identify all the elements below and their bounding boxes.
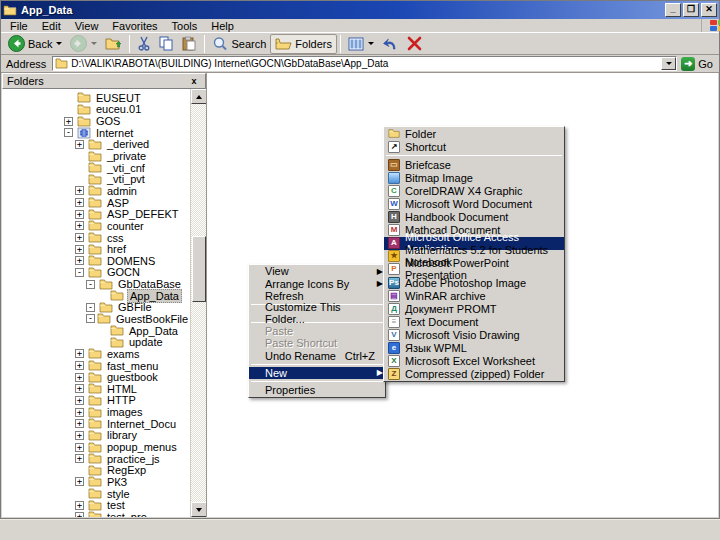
tree-item-practice-js[interactable]: +practice_js: [2, 453, 190, 465]
expand-icon[interactable]: +: [75, 221, 84, 230]
tree-item-asp-defekt[interactable]: +ASP_DEFEKT: [2, 208, 190, 220]
tree-item-html[interactable]: +HTML: [2, 383, 190, 395]
tree-item-label[interactable]: Internet: [94, 127, 135, 139]
copy-button[interactable]: [155, 34, 178, 54]
address-combo[interactable]: D:\VALIK\RABOTA\(BUILDING) Internet\GOCN…: [52, 56, 677, 71]
tree-item-guestbook[interactable]: +guestbook: [2, 371, 190, 383]
tree-item-label[interactable]: EUSEUT: [94, 92, 143, 104]
tree-item-gbfile[interactable]: -GBFile: [2, 302, 190, 314]
new-submenu-item-microsoft-powerpoint-presentation[interactable]: PMicrosoft PowerPoint Presentation: [384, 263, 564, 276]
new-submenu-item-compressed-zipped-folder[interactable]: ZCompressed (zipped) Folder: [384, 368, 564, 381]
address-input[interactable]: D:\VALIK\RABOTA\(BUILDING) Internet\GOCN…: [71, 58, 661, 69]
new-submenu-item-adobe-photoshop-image[interactable]: PsAdobe Photoshop Image: [384, 276, 564, 289]
tree-item-label[interactable]: ASP: [105, 197, 131, 209]
new-submenu-item-text-document[interactable]: ≡Text Document: [384, 315, 564, 328]
expand-icon[interactable]: +: [75, 210, 84, 219]
expand-icon[interactable]: +: [75, 245, 84, 254]
scroll-up-button[interactable]: [191, 89, 207, 104]
expand-icon[interactable]: +: [75, 256, 84, 265]
scrollbar-track[interactable]: [191, 104, 207, 502]
tree-item-label[interactable]: href: [105, 243, 128, 255]
views-button[interactable]: [344, 34, 378, 54]
tree-item-gos[interactable]: +GOS: [2, 115, 190, 127]
expand-icon[interactable]: +: [75, 477, 84, 486]
paste-button[interactable]: [178, 34, 201, 54]
new-submenu-item-документ-promt[interactable]: ДДокумент PROMT: [384, 302, 564, 315]
views-dropdown-icon[interactable]: [368, 42, 374, 45]
folders-panel-close-icon[interactable]: x: [187, 75, 201, 88]
tree-item--derived[interactable]: +_derived: [2, 139, 190, 151]
tree-item--vti-cnf[interactable]: _vti_cnf: [2, 162, 190, 174]
tree-item-label[interactable]: guestbook: [105, 371, 160, 383]
context-menu-item-arrange-icons-by[interactable]: Arrange Icons By▶: [249, 277, 385, 289]
new-submenu-item-язык-wpml[interactable]: eЯзык WPML: [384, 342, 564, 355]
tree-item-label[interactable]: library: [105, 429, 139, 441]
search-button[interactable]: Search: [208, 34, 270, 54]
tree-item-images[interactable]: +images: [2, 406, 190, 418]
new-submenu-item-briefcase[interactable]: ▭Briefcase: [384, 158, 564, 171]
collapse-icon[interactable]: -: [86, 314, 95, 323]
tree-item-app-data[interactable]: App_Data: [2, 325, 190, 337]
expand-icon[interactable]: +: [75, 431, 84, 440]
tree-item-css[interactable]: +css: [2, 232, 190, 244]
expand-icon[interactable]: +: [75, 443, 84, 452]
collapse-icon[interactable]: -: [86, 303, 95, 312]
expand-icon[interactable]: +: [75, 361, 84, 370]
tree-item-label[interactable]: images: [105, 406, 144, 418]
tree-item-label[interactable]: ASP_DEFEKT: [105, 208, 181, 220]
expand-icon[interactable]: +: [64, 117, 73, 126]
context-menu-item-refresh[interactable]: Refresh: [249, 290, 385, 302]
tree-item-label[interactable]: _vti_pvt: [105, 173, 147, 185]
minimize-button[interactable]: _: [665, 3, 681, 17]
new-submenu-item-microsoft-word-document[interactable]: WMicrosoft Word Document: [384, 197, 564, 210]
tree-item-regexp[interactable]: RegExp: [2, 465, 190, 477]
expand-icon[interactable]: +: [75, 384, 84, 393]
new-submenu-item-shortcut[interactable]: ↗Shortcut: [384, 140, 564, 153]
tree-item-style[interactable]: style: [2, 488, 190, 500]
restore-button[interactable]: ❐: [683, 3, 699, 17]
new-submenu-item-handbook-document[interactable]: HHandbook Document: [384, 211, 564, 224]
tree-item-label[interactable]: GuestBookFile: [114, 313, 190, 325]
tree-item-exams[interactable]: +exams: [2, 348, 190, 360]
tree-item-label[interactable]: _derived: [105, 138, 151, 150]
tree-item-label[interactable]: _private: [105, 150, 148, 162]
back-dropdown-icon[interactable]: [56, 42, 62, 45]
new-submenu-item-winrar-archive[interactable]: ▤WinRAR archive: [384, 289, 564, 302]
tree-item-label[interactable]: exams: [105, 348, 141, 360]
expand-icon[interactable]: +: [75, 233, 84, 242]
expand-icon[interactable]: +: [75, 419, 84, 428]
new-submenu-item-microsoft-excel-worksheet[interactable]: XMicrosoft Excel Worksheet: [384, 355, 564, 368]
tree-item-label[interactable]: counter: [105, 220, 146, 232]
tree-item-label[interactable]: App_Data: [127, 325, 180, 337]
menu-tools[interactable]: Tools: [165, 19, 205, 33]
collapse-icon[interactable]: -: [86, 280, 95, 289]
tree-scrollbar[interactable]: [190, 89, 206, 517]
context-menu-item-properties[interactable]: Properties: [249, 384, 385, 396]
scrollbar-thumb[interactable]: [192, 236, 206, 302]
expand-icon[interactable]: +: [75, 396, 84, 405]
tree-item-euceu-01[interactable]: euceu.01: [2, 104, 190, 116]
menu-favorites[interactable]: Favorites: [105, 19, 164, 33]
new-submenu-item-folder[interactable]: Folder: [384, 127, 564, 140]
tree-item-ркз[interactable]: +РКЗ: [2, 476, 190, 488]
tree-item-label[interactable]: practice_js: [105, 453, 162, 465]
tree-item-domens[interactable]: +DOMENS: [2, 255, 190, 267]
tree-item-label[interactable]: fast_menu: [105, 360, 160, 372]
tree-item-label[interactable]: GOCN: [105, 266, 142, 278]
menu-file[interactable]: File: [3, 19, 35, 33]
tree-item-http[interactable]: +HTTP: [2, 395, 190, 407]
address-dropdown-icon[interactable]: [661, 57, 676, 70]
context-menu-item-paste-shortcut[interactable]: Paste Shortcut: [249, 337, 385, 349]
tree-item-label[interactable]: RegExp: [105, 464, 148, 476]
expand-icon[interactable]: +: [75, 454, 84, 463]
tree-item-label[interactable]: _vti_cnf: [105, 162, 147, 174]
tree-item-label[interactable]: euceu.01: [94, 103, 143, 115]
expand-icon[interactable]: +: [75, 349, 84, 358]
tree-item-label[interactable]: DOMENS: [105, 255, 157, 267]
folders-button[interactable]: Folders: [270, 34, 337, 54]
tree-item--private[interactable]: _private: [2, 150, 190, 162]
expand-icon[interactable]: +: [75, 512, 84, 517]
new-submenu-item-bitmap-image[interactable]: Bitmap Image: [384, 171, 564, 184]
tree-item-label[interactable]: style: [105, 488, 132, 500]
tree-item-fast-menu[interactable]: +fast_menu: [2, 360, 190, 372]
